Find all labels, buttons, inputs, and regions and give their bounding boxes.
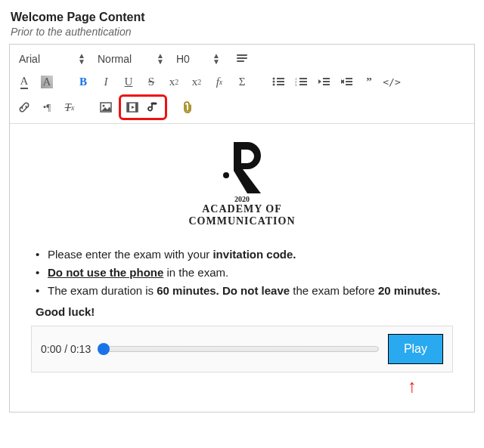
text: Please enter the exam with your [48, 248, 213, 261]
special-char-icon[interactable]: •¶ [37, 97, 57, 117]
font-size-label: Normal [98, 53, 150, 65]
font-family-label: Arial [19, 53, 72, 65]
media-buttons-highlight [119, 94, 167, 120]
svg-rect-17 [346, 84, 352, 85]
svg-point-2 [273, 81, 275, 83]
text-bold: 20 minutes. [378, 284, 441, 297]
svg-point-0 [273, 78, 275, 80]
underline-icon[interactable]: U [119, 72, 138, 91]
play-button[interactable]: Play [388, 334, 443, 364]
text-bold-underline: Do not use the phone [48, 266, 163, 279]
good-luck: Good luck! [36, 303, 453, 321]
svg-rect-15 [346, 78, 352, 79]
audio-total: 0:13 [70, 343, 91, 355]
italic-icon[interactable]: I [96, 72, 116, 91]
svg-rect-22 [135, 103, 138, 112]
audio-seek-track[interactable] [100, 346, 379, 352]
annotation-arrow-icon: ↑ [31, 375, 453, 397]
logo-year: 2020 [31, 195, 453, 203]
audio-player: 0:00 / 0:13 Play [31, 326, 453, 372]
caret-icon: ▲▼ [213, 53, 220, 65]
list-item: • The exam duration is 60 minutes. Do no… [36, 282, 453, 300]
indent-icon[interactable] [337, 72, 356, 91]
heading-label: H0 [176, 53, 206, 65]
caret-icon: ▲▼ [78, 53, 85, 65]
text-bold: invitation code. [213, 248, 296, 261]
text-color-icon[interactable]: A [14, 72, 34, 91]
paragraph-format-icon[interactable] [232, 49, 252, 69]
rich-text-editor: Arial ▲▼ Normal ▲▼ H0 ▲▼ A A B I [9, 44, 475, 412]
svg-point-23 [223, 172, 229, 178]
editor-toolbar: Arial ▲▼ Normal ▲▼ H0 ▲▼ A A B I [10, 45, 474, 124]
logo-block: 2020 ACADEMY OF COMMUNICATION [31, 136, 453, 227]
image-icon[interactable] [96, 97, 116, 117]
svg-point-19 [103, 105, 105, 107]
svg-rect-14 [323, 84, 330, 85]
text: The exam duration is [48, 284, 157, 297]
ordered-list-icon[interactable]: 123 [291, 72, 311, 91]
link-icon[interactable] [14, 97, 34, 117]
svg-rect-3 [277, 81, 284, 82]
sigma-icon[interactable]: Σ [232, 72, 252, 91]
heading-dropdown[interactable]: H0 ▲▼ [172, 51, 225, 66]
subscript-icon[interactable]: x2 [164, 72, 184, 91]
svg-rect-9 [299, 81, 307, 82]
svg-rect-16 [346, 81, 352, 82]
quote-icon[interactable]: ” [359, 72, 379, 91]
text: in the exam. [163, 266, 228, 279]
superscript-icon[interactable]: x2 [187, 72, 206, 91]
highlight-icon[interactable]: A [37, 72, 57, 91]
font-family-dropdown[interactable]: Arial ▲▼ [14, 51, 90, 66]
svg-rect-1 [277, 78, 284, 79]
instruction-list: • Please enter the exam with your invita… [36, 246, 453, 321]
svg-rect-7 [299, 78, 307, 79]
logo-line1: ACADEMY OF [31, 203, 453, 215]
section-subtitle: Prior to the authentication [11, 26, 475, 38]
text: the exam before [290, 284, 378, 297]
list-item: • Please enter the exam with your invita… [36, 246, 453, 264]
svg-rect-12 [323, 78, 330, 79]
text-bold: 60 minutes. Do not leave [157, 284, 290, 297]
audio-time: 0:00 / 0:13 [41, 343, 91, 355]
code-icon[interactable]: </> [382, 72, 402, 91]
svg-rect-5 [277, 84, 284, 85]
formula-icon[interactable]: fx [209, 72, 229, 91]
clear-format-icon[interactable]: Tx [60, 97, 79, 117]
unordered-list-icon[interactable] [268, 72, 288, 91]
font-size-dropdown[interactable]: Normal ▲▼ [93, 51, 169, 66]
bold-icon[interactable]: B [73, 72, 93, 91]
attachment-icon[interactable] [178, 97, 197, 117]
outdent-icon[interactable] [314, 72, 334, 91]
strikethrough-icon[interactable]: S [141, 72, 161, 91]
svg-text:3: 3 [295, 83, 297, 87]
svg-rect-21 [127, 103, 129, 112]
section-title: Welcome Page Content [11, 11, 475, 24]
svg-point-4 [273, 84, 275, 86]
logo-icon [208, 136, 276, 196]
caret-icon: ▲▼ [157, 53, 164, 65]
audio-seek-thumb[interactable] [98, 343, 110, 355]
editor-content[interactable]: 2020 ACADEMY OF COMMUNICATION • Please e… [10, 124, 474, 412]
list-item: • Do not use the phone in the exam. [36, 264, 453, 282]
logo-line2: COMMUNICATION [31, 215, 453, 227]
audio-current: 0:00 [41, 343, 61, 355]
svg-rect-13 [323, 81, 330, 82]
svg-rect-11 [299, 84, 307, 85]
video-icon[interactable] [123, 97, 142, 117]
audio-icon[interactable] [144, 97, 163, 117]
